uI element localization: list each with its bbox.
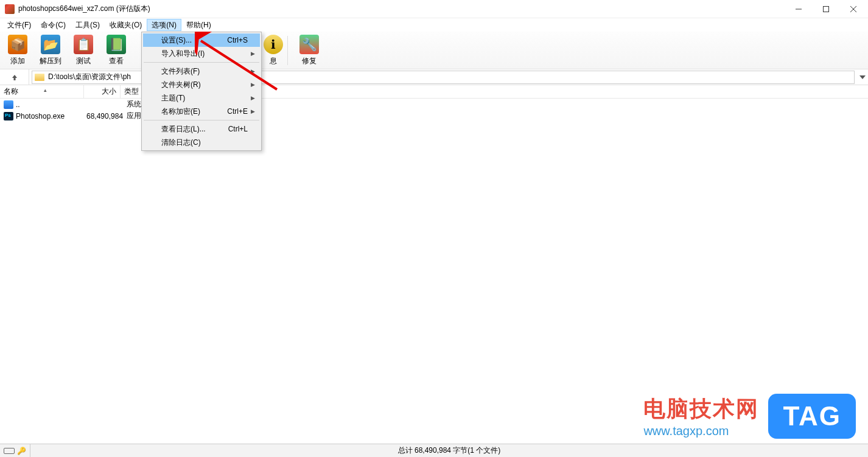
options-dropdown: 设置(S)... Ctrl+S 导入和导出(I) ▶ 文件列表(F) ▶ 文件夹… (141, 32, 262, 151)
toolbar-label: 查看 (109, 56, 124, 66)
menu-favorites[interactable]: 收藏夹(O) (105, 19, 147, 31)
pathbar: D:\tools\桌面\资源文件\ph (0, 69, 868, 85)
svg-rect-1 (823, 6, 828, 12)
repair-button[interactable]: 🔧 修复 (296, 35, 322, 66)
file-name: .. (16, 100, 86, 109)
toolbar-label: 息 (270, 56, 277, 66)
toolbar-label: 测试 (76, 56, 91, 66)
list-item[interactable]: Photoshop.exe 68,490,984 应用 (0, 110, 868, 122)
folder-out-icon: 📂 (41, 35, 60, 54)
watermark-url: www.tagxp.com (643, 424, 759, 438)
repair-icon: 🔧 (299, 35, 319, 54)
menu-shortcut: Ctrl+E (227, 107, 248, 116)
menu-command[interactable]: 命令(C) (36, 19, 71, 31)
watermark-tag: TAG (768, 394, 856, 439)
menubar: 文件(F) 命令(C) 工具(S) 收藏夹(O) 选项(N) 帮助(H) (0, 18, 868, 32)
extract-button[interactable]: 📂 解压到 (38, 35, 63, 66)
column-headers: 名称 大小 类型 (0, 85, 868, 99)
submenu-arrow-icon: ▶ (251, 108, 255, 114)
close-button[interactable] (839, 1, 867, 18)
submenu-arrow-icon: ▶ (251, 95, 255, 101)
menu-file-list[interactable]: 文件列表(F) ▶ (143, 65, 260, 78)
toolbar: 📦 添加 📂 解压到 📋 测试 📗 查看 ℹ 息 🔧 修复 (0, 32, 868, 69)
menu-encrypt-names[interactable]: 名称加密(E) Ctrl+E ▶ (143, 105, 260, 118)
menu-separator (144, 62, 259, 63)
test-button[interactable]: 📋 测试 (71, 35, 96, 66)
submenu-arrow-icon: ▶ (251, 82, 255, 88)
submenu-arrow-icon: ▶ (251, 68, 255, 74)
photoshop-icon (4, 112, 13, 120)
menu-options[interactable]: 选项(N) (147, 19, 181, 31)
info-button[interactable]: ℹ 息 (261, 35, 286, 66)
menu-shortcut: Ctrl+L (228, 125, 248, 133)
menu-label: 文件夹树(R) (161, 80, 201, 90)
maximize-button[interactable] (812, 1, 839, 18)
folder-icon (35, 74, 44, 81)
menu-import-export[interactable]: 导入和导出(I) ▶ (143, 47, 260, 60)
list-item[interactable]: .. 系统 (0, 99, 868, 110)
app-icon (5, 4, 15, 14)
menu-label: 查看日志(L)... (161, 124, 206, 134)
file-list: .. 系统 Photoshop.exe 68,490,984 应用 (0, 99, 868, 444)
menu-label: 设置(S)... (161, 35, 192, 46)
menu-label: 文件列表(F) (161, 66, 200, 77)
menu-separator (144, 120, 259, 120)
archive-icon: 📦 (8, 35, 27, 54)
add-button[interactable]: 📦 添加 (5, 35, 30, 66)
statusbar-text: 总计 68,490,984 字节(1 个文件) (30, 445, 868, 456)
parent-folder-icon (4, 100, 13, 109)
disk-icon (4, 448, 15, 454)
lock-icon: 🔑 (17, 447, 26, 455)
book-icon: 📗 (107, 35, 126, 54)
path-dropdown-button[interactable] (857, 75, 868, 79)
menu-tools[interactable]: 工具(S) (71, 19, 105, 31)
menu-label: 清除日志(C) (161, 138, 201, 148)
statusbar-icons: 🔑 (0, 444, 30, 457)
window-title: photoshopcs664wei_xz7.com (评估版本) (18, 4, 785, 14)
check-icon: 📋 (74, 35, 93, 54)
info-icon: ℹ (264, 35, 283, 54)
menu-clear-log[interactable]: 清除日志(C) (143, 136, 260, 149)
menu-folder-tree[interactable]: 文件夹树(R) ▶ (143, 78, 260, 91)
titlebar: photoshopcs664wei_xz7.com (评估版本) (0, 0, 868, 18)
menu-shortcut: Ctrl+S (227, 36, 248, 44)
minimize-button[interactable] (785, 1, 812, 18)
path-text: D:\tools\桌面\资源文件\ph (48, 72, 131, 82)
menu-file[interactable]: 文件(F) (2, 19, 36, 31)
submenu-arrow-icon: ▶ (251, 51, 255, 57)
file-name: Photoshop.exe (16, 112, 86, 120)
menu-label: 主题(T) (161, 93, 185, 103)
menu-help[interactable]: 帮助(H) (181, 19, 216, 31)
menu-label: 名称加密(E) (161, 106, 200, 117)
menu-label: 导入和导出(I) (161, 49, 205, 59)
toolbar-label: 解压到 (40, 56, 61, 66)
column-name[interactable]: 名称 (0, 85, 84, 98)
menu-view-log[interactable]: 查看日志(L)... Ctrl+L (143, 122, 260, 136)
watermark: 电脑技术网 www.tagxp.com TAG (643, 394, 856, 439)
column-size[interactable]: 大小 (84, 85, 121, 98)
file-size: 68,490,984 (86, 112, 123, 120)
up-button[interactable] (0, 69, 29, 85)
menu-settings[interactable]: 设置(S)... Ctrl+S (143, 33, 260, 47)
toolbar-label: 修复 (302, 56, 317, 66)
statusbar: 🔑 总计 68,490,984 字节(1 个文件) (0, 444, 868, 457)
file-type: 系统 (123, 99, 141, 110)
watermark-cn: 电脑技术网 (643, 394, 759, 424)
menu-theme[interactable]: 主题(T) ▶ (143, 91, 260, 105)
toolbar-label: 添加 (10, 56, 25, 66)
toolbar-separator (287, 36, 288, 65)
view-button[interactable]: 📗 查看 (103, 35, 129, 66)
file-type: 应用 (123, 111, 141, 121)
